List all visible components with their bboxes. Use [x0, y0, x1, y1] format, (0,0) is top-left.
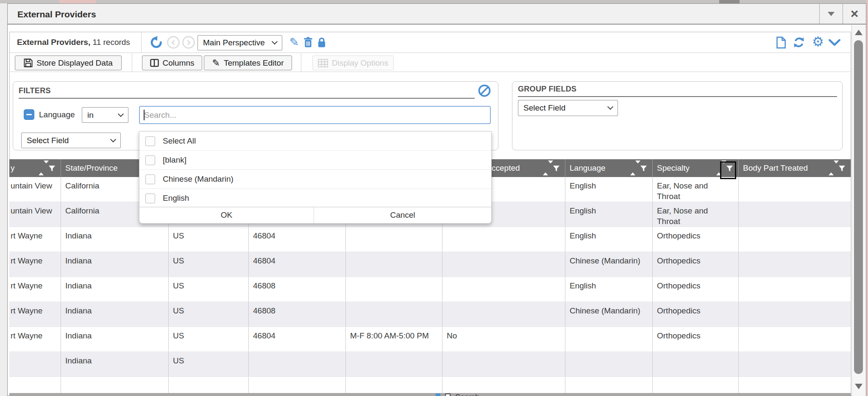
column-header-label: Specialty [653, 163, 690, 173]
checkbox-icon[interactable] [145, 155, 155, 165]
table-cell [9, 352, 61, 377]
sort-icon[interactable] [630, 163, 635, 173]
cancel-button[interactable]: Cancel [314, 207, 491, 223]
refresh-button[interactable] [792, 36, 806, 49]
collapse-panel-button[interactable] [827, 37, 842, 47]
window-close-button[interactable]: × [843, 4, 866, 24]
store-displayed-data-button[interactable]: Store Displayed Data [15, 55, 122, 70]
table-cell: English [565, 277, 653, 302]
perspective-select[interactable]: Main Perspective [198, 35, 282, 50]
lock-perspective-button[interactable] [315, 36, 328, 49]
sort-icon[interactable] [829, 163, 834, 173]
table-cell [346, 252, 442, 277]
table-cell: Orthopedics [653, 327, 739, 352]
filter-funnel-icon[interactable] [48, 165, 56, 172]
table-cell: rt Wayne [9, 302, 61, 327]
checkbox-icon[interactable] [145, 194, 155, 203]
chevron-down-icon [110, 136, 116, 142]
edit-perspective-button[interactable]: ✎ [287, 35, 301, 50]
table-cell: rt Wayne [9, 252, 61, 277]
delete-perspective-button[interactable] [302, 36, 314, 49]
scroll-down-arrow[interactable] [855, 384, 862, 389]
toolbar-separator [141, 32, 142, 53]
gear-icon: ⚙ [812, 34, 824, 50]
column-header-language[interactable]: Language [565, 159, 653, 177]
refresh-icon [793, 36, 805, 49]
columns-label: Columns [163, 58, 195, 68]
display-options-button: Display Options [312, 55, 394, 70]
filter-option-label: English [163, 194, 189, 203]
filter-option-select-all[interactable]: Select All [139, 132, 491, 151]
filter-funnel-icon[interactable] [838, 165, 846, 172]
filter-option-chinese-mandarin[interactable]: Chinese (Mandarin) [139, 170, 491, 189]
table-row [9, 377, 851, 393]
table-cell [346, 277, 442, 302]
pencil-icon: ✎ [289, 36, 299, 49]
window-menu-button[interactable] [819, 4, 843, 24]
specialty-filter-focus-ring [720, 161, 736, 179]
table-cell: 46808 [249, 277, 346, 302]
table-cell: rt Wayne [9, 327, 61, 352]
column-header-specialty[interactable]: Specialty [653, 159, 739, 177]
record-summary: External Providers, 11 records [17, 32, 130, 53]
perspective-toolbar [9, 32, 851, 53]
undo-button[interactable] [148, 35, 164, 50]
table-cell [442, 277, 565, 302]
table-cell [346, 377, 442, 393]
filter-option-list: Select All[blank]Chinese (Mandarin)Engli… [139, 132, 491, 208]
table-cell: US [169, 302, 249, 327]
record-count: 11 records [90, 38, 130, 47]
text-caret [144, 110, 145, 120]
history-back-button[interactable] [167, 36, 180, 49]
filter-funnel-icon[interactable] [640, 165, 647, 172]
add-filter-field-select[interactable]: Select Field [21, 133, 121, 148]
scroll-up-arrow[interactable] [855, 30, 862, 35]
table-cell [442, 352, 565, 377]
table-cell: 46804 [249, 327, 346, 352]
chevron-down-icon [118, 111, 124, 117]
chevron-down-icon [607, 104, 613, 110]
column-header-body-part-treated[interactable]: Body Part Treated [739, 159, 851, 177]
settings-button[interactable]: ⚙ [810, 33, 826, 50]
perspective-select-value: Main Perspective [203, 38, 265, 47]
table-cell [442, 377, 565, 393]
table-cell: rt Wayne [9, 277, 61, 302]
history-forward-button[interactable] [182, 36, 195, 49]
record-summary-title: External Providers, [17, 38, 90, 47]
table-cell: Orthopedics [653, 302, 739, 327]
checkbox-icon[interactable] [145, 174, 155, 184]
group-field-select[interactable]: Select Field [518, 100, 618, 116]
filter-option-english[interactable]: English [139, 189, 491, 208]
table-row: rt WayneIndianaUS46808EnglishOrthopedics [9, 277, 851, 302]
table-cell [9, 377, 61, 393]
filter-funnel-icon[interactable] [553, 165, 560, 172]
table-cell: Orthopedics [653, 227, 739, 252]
templates-editor-button[interactable]: ✎ Templates Editor [204, 55, 292, 70]
table-cell: US [169, 252, 249, 277]
ok-button[interactable]: OK [139, 207, 314, 223]
column-header-label: Body Part Treated [739, 163, 808, 173]
table-row: rt WayneIndianaUS46804EnglishOrthopedics [9, 227, 851, 252]
table-row: rt WayneIndianaUS46804M-F 8:00 AM-5:00 P… [9, 327, 851, 352]
filter-operator-select[interactable]: in [82, 107, 128, 123]
checkbox-icon[interactable] [145, 136, 155, 146]
clear-filters-button[interactable] [478, 84, 491, 97]
table-cell [739, 227, 851, 252]
table-cell: rt Wayne [9, 227, 61, 252]
columns-button[interactable]: Columns [142, 55, 202, 70]
sort-icon[interactable] [543, 163, 548, 173]
table-cell [249, 352, 346, 377]
scrollbar-thumb[interactable] [854, 40, 863, 374]
filter-dropdown-buttons: OK Cancel [139, 207, 491, 223]
column-header-label: State/Province [61, 163, 118, 173]
table-cell: untain View [9, 177, 61, 202]
table-cell: Chinese (Mandarin) [565, 302, 653, 327]
filter-option-blank[interactable]: [blank] [139, 151, 491, 170]
table-cell [346, 302, 442, 327]
document-icon [776, 36, 786, 49]
sort-icon[interactable] [39, 163, 44, 173]
filter-search-input[interactable] [139, 106, 491, 124]
filter-enabled-checkbox[interactable] [24, 109, 34, 120]
new-document-button[interactable] [775, 36, 787, 49]
column-header-y[interactable]: y [9, 159, 61, 177]
